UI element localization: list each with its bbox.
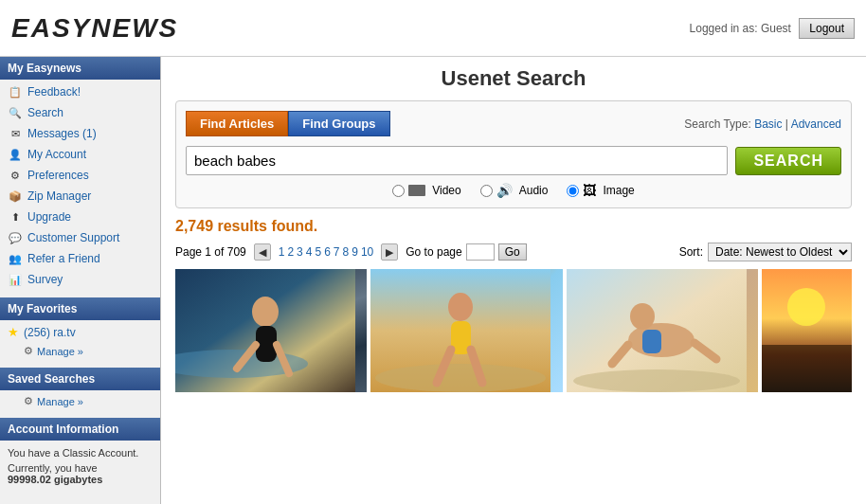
refer-link[interactable]: Refer a Friend: [27, 252, 100, 265]
image-radio[interactable]: [567, 185, 579, 197]
svg-point-2: [252, 297, 279, 327]
sidebar-item-support[interactable]: 💬 Customer Support: [0, 227, 160, 248]
search-link[interactable]: Search: [27, 106, 63, 119]
image-option[interactable]: 🖼 Image: [567, 183, 634, 198]
search-input[interactable]: [186, 146, 728, 175]
image-thumb-2[interactable]: [370, 269, 562, 392]
goto-label: Go to page: [406, 245, 461, 259]
tab-row: Find Articles Find Groups Search Type: B…: [186, 111, 841, 136]
page-5-link[interactable]: 5: [315, 245, 321, 259]
sort-select[interactable]: Date: Newest to Oldest Date: Oldest to N…: [708, 243, 852, 261]
upgrade-icon: ⬆: [8, 209, 23, 225]
image-thumb-4[interactable]: [762, 269, 852, 392]
favorites-manage-link[interactable]: Manage »: [37, 346, 83, 357]
messages-icon: ✉: [8, 126, 23, 141]
goto-button[interactable]: Go: [498, 243, 527, 261]
feedback-link[interactable]: Feedback!: [27, 85, 81, 99]
support-icon: 💬: [8, 230, 23, 245]
page-info: Page 1 of 709: [175, 245, 246, 259]
search-button[interactable]: SEARCH: [735, 147, 841, 175]
svg-point-20: [787, 288, 825, 326]
sidebar-favorites-item[interactable]: ★ (256) ra.tv: [0, 322, 160, 342]
image-grid: [175, 269, 852, 392]
my-favorites-header: My Favorites: [0, 297, 160, 320]
page-3-link[interactable]: 3: [297, 245, 303, 259]
svg-rect-16: [642, 330, 661, 353]
goto-input[interactable]: [466, 243, 495, 261]
messages-link[interactable]: Messages (1): [27, 127, 97, 140]
audio-radio[interactable]: [480, 185, 493, 197]
image-thumb-1[interactable]: [175, 269, 367, 392]
goto-row: Go to page Go: [406, 243, 526, 261]
image-label: Image: [603, 184, 634, 197]
svg-rect-21: [762, 345, 852, 392]
page-7-link[interactable]: 7: [334, 245, 340, 259]
header: EASYNEWS Logged in as: Guest Logout: [0, 0, 866, 57]
header-right: Logged in as: Guest Logout: [690, 18, 855, 39]
pagination-row: Page 1 of 709 ◀ 1 2 3 4 5 6 7 8 9 10 ▶ G…: [175, 243, 852, 261]
prev-page-button[interactable]: ◀: [254, 243, 271, 261]
main-content: Usenet Search Find Articles Find Groups …: [161, 57, 866, 504]
page-1-link[interactable]: 1: [279, 245, 285, 259]
sidebar-item-messages[interactable]: ✉ Messages (1): [0, 123, 160, 144]
support-link[interactable]: Customer Support: [27, 231, 119, 244]
feedback-icon: 📋: [8, 84, 23, 99]
logo: EASYNEWS: [11, 13, 178, 44]
advanced-link[interactable]: Advanced: [791, 117, 841, 131]
svg-point-13: [573, 369, 740, 392]
favorites-link[interactable]: (256) ra.tv: [24, 326, 76, 339]
account-info: You have a Classic Account. Currently, y…: [0, 442, 160, 490]
account-text1: You have a Classic Account.: [8, 447, 153, 459]
account-icon: 👤: [8, 147, 23, 162]
sidebar-item-search[interactable]: 🔍 Search: [0, 102, 160, 123]
sidebar-item-upgrade[interactable]: ⬆ Upgrade: [0, 207, 160, 227]
sidebar-item-feedback[interactable]: 📋 Feedback!: [0, 81, 160, 102]
page-8-link[interactable]: 8: [343, 245, 350, 259]
search-type-row: Search Type: Basic | Advanced: [684, 117, 841, 131]
audio-icon: 🔊: [496, 183, 513, 198]
account-link[interactable]: My Account: [27, 148, 86, 161]
pagination: 1 2 3 4 5 6 7 8 9 10: [279, 245, 374, 259]
upgrade-link[interactable]: Upgrade: [27, 210, 71, 224]
audio-label: Audio: [519, 184, 549, 197]
account-info-header: Account Information: [0, 418, 160, 441]
svg-point-8: [448, 293, 473, 321]
sidebar-item-account[interactable]: 👤 My Account: [0, 144, 160, 165]
saved-searches-manage: ⚙ Manage »: [0, 392, 160, 410]
saved-searches-manage-link[interactable]: Manage »: [37, 396, 83, 407]
basic-link[interactable]: Basic: [754, 117, 782, 131]
sort-label: Sort:: [679, 245, 703, 259]
video-icon: [408, 185, 425, 196]
tab-find-articles[interactable]: Find Articles: [186, 111, 288, 136]
saved-manage-icon: ⚙: [24, 395, 33, 407]
logged-in-text: Logged in as: Guest: [690, 22, 791, 35]
next-page-button[interactable]: ▶: [381, 243, 398, 261]
sidebar-item-refer[interactable]: 👥 Refer a Friend: [0, 248, 160, 269]
manage-icon: ⚙: [24, 345, 33, 357]
sidebar: My Easynews 📋 Feedback! 🔍 Search ✉ Messa…: [0, 57, 161, 504]
survey-link[interactable]: Survey: [27, 273, 63, 286]
preferences-link[interactable]: Preferences: [27, 169, 89, 182]
zip-link[interactable]: Zip Manager: [27, 189, 91, 203]
sidebar-item-zip[interactable]: 📦 Zip Manager: [0, 186, 160, 207]
audio-option[interactable]: 🔊 Audio: [480, 183, 549, 198]
account-text2: Currently, you have: [8, 462, 153, 474]
page-4-link[interactable]: 4: [306, 245, 313, 259]
video-radio[interactable]: [392, 185, 405, 197]
sidebar-item-survey[interactable]: 📊 Survey: [0, 269, 160, 290]
logout-button[interactable]: Logout: [799, 18, 855, 39]
page-6-link[interactable]: 6: [324, 245, 331, 259]
page-10-link[interactable]: 10: [361, 245, 373, 259]
layout: My Easynews 📋 Feedback! 🔍 Search ✉ Messa…: [0, 57, 866, 504]
survey-icon: 📊: [8, 272, 23, 287]
page-title: Usenet Search: [175, 66, 852, 91]
page-2-link[interactable]: 2: [287, 245, 294, 259]
page-9-link[interactable]: 9: [352, 245, 358, 259]
sidebar-item-preferences[interactable]: ⚙ Preferences: [0, 165, 160, 186]
search-area: Find Articles Find Groups Search Type: B…: [175, 100, 852, 208]
video-option[interactable]: Video: [392, 184, 460, 197]
favorites-manage: ⚙ Manage »: [0, 342, 160, 360]
sort-row: Sort: Date: Newest to Oldest Date: Oldes…: [679, 243, 852, 261]
image-thumb-3[interactable]: [567, 269, 758, 392]
tab-find-groups[interactable]: Find Groups: [288, 111, 389, 136]
